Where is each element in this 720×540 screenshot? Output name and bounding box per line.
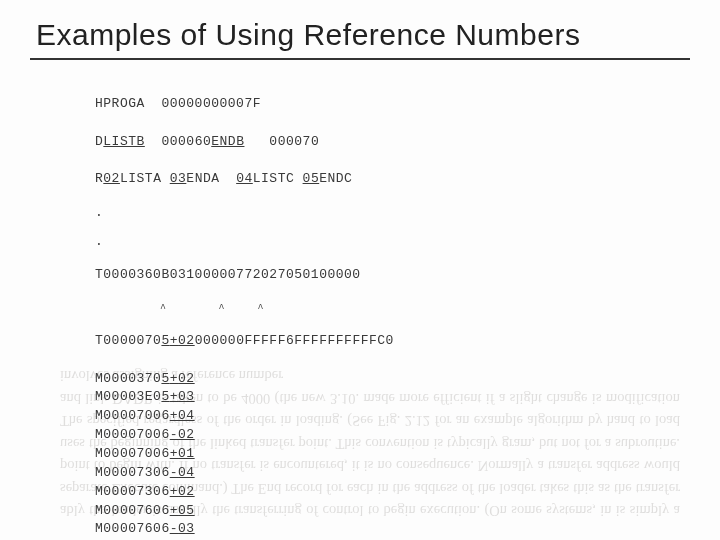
title-underline bbox=[30, 58, 690, 60]
mod-record: M00007006+04 bbox=[95, 407, 720, 426]
ellipsis: . bbox=[95, 208, 720, 218]
caret-row: ^ ^ ^ bbox=[95, 304, 720, 313]
text-record-1: T0000360B03100000772027050100000 bbox=[95, 266, 720, 285]
refer-line: R02LISTA 03ENDA 04LISTC 05ENDC bbox=[95, 170, 720, 189]
mod-record: M00007606+05 bbox=[95, 502, 720, 521]
mod-record: M00003E05+03 bbox=[95, 388, 720, 407]
mod-record: M00003705+02 bbox=[95, 370, 720, 389]
text-record-2: T00000705+02000000FFFFF6FFFFFFFFFFC0 bbox=[95, 332, 720, 351]
ellipsis: . bbox=[95, 237, 720, 247]
code-listing: HPROGA 00000000007F DLISTB 000060ENDB 00… bbox=[0, 76, 720, 540]
mod-record: M00007306-04 bbox=[95, 464, 720, 483]
mod-record: M00007006+01 bbox=[95, 445, 720, 464]
mod-record: M00007606-03 bbox=[95, 520, 720, 539]
mod-record: M00007006-02 bbox=[95, 426, 720, 445]
page-title: Examples of Using Reference Numbers bbox=[0, 0, 720, 58]
define-line: DLISTB 000060ENDB 000070 bbox=[95, 133, 720, 152]
mod-record: M00007306+02 bbox=[95, 483, 720, 502]
header-line: HPROGA 00000000007F bbox=[95, 95, 720, 114]
